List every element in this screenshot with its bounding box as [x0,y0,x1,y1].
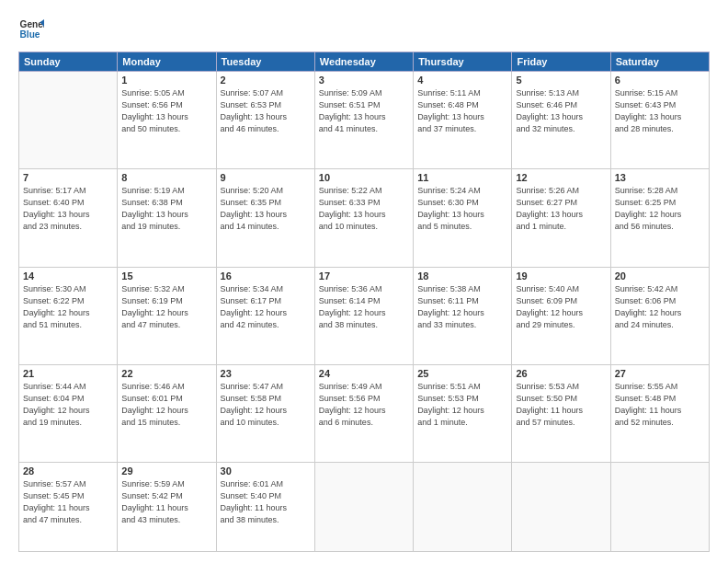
day-number: 11 [417,172,507,183]
calendar-cell: 29Sunrise: 5:59 AM Sunset: 5:42 PM Dayli… [118,463,216,552]
weekday-header-wednesday: Wednesday [314,52,413,72]
day-number: 12 [516,172,606,183]
day-number: 1 [121,75,211,86]
calendar-cell: 26Sunrise: 5:53 AM Sunset: 5:50 PM Dayli… [512,364,610,462]
day-info: Sunrise: 5:51 AM Sunset: 5:53 PM Dayligh… [417,381,507,429]
calendar-cell: 25Sunrise: 5:51 AM Sunset: 5:53 PM Dayli… [414,364,512,462]
weekday-header-sunday: Sunday [19,52,118,72]
day-number: 30 [221,465,311,477]
day-info: Sunrise: 5:20 AM Sunset: 6:35 PM Dayligh… [221,185,311,233]
day-info: Sunrise: 6:01 AM Sunset: 5:40 PM Dayligh… [221,478,311,526]
day-number: 6 [615,75,705,86]
day-number: 22 [121,368,211,379]
day-info: Sunrise: 5:47 AM Sunset: 5:58 PM Dayligh… [221,381,311,429]
day-info: Sunrise: 5:38 AM Sunset: 6:11 PM Dayligh… [417,283,507,331]
day-info: Sunrise: 5:07 AM Sunset: 6:53 PM Dayligh… [221,87,311,135]
day-number: 25 [417,368,507,379]
calendar-cell [314,463,413,552]
day-info: Sunrise: 5:32 AM Sunset: 6:19 PM Dayligh… [121,283,211,331]
logo-icon: General Blue [18,17,44,42]
page: General Blue SundayMondayTuesdayWednesda… [0,0,728,563]
svg-text:Blue: Blue [20,29,40,40]
day-number: 2 [221,75,311,86]
calendar-cell: 10Sunrise: 5:22 AM Sunset: 6:33 PM Dayli… [314,169,413,267]
day-number: 19 [516,270,606,282]
week-row-5: 28Sunrise: 5:57 AM Sunset: 5:45 PM Dayli… [19,463,710,552]
calendar-cell [610,463,709,552]
day-info: Sunrise: 5:19 AM Sunset: 6:38 PM Dayligh… [121,185,211,233]
day-info: Sunrise: 5:13 AM Sunset: 6:46 PM Dayligh… [516,87,606,135]
calendar-cell: 21Sunrise: 5:44 AM Sunset: 6:04 PM Dayli… [19,364,118,462]
day-info: Sunrise: 5:28 AM Sunset: 6:25 PM Dayligh… [615,185,705,233]
day-info: Sunrise: 5:40 AM Sunset: 6:09 PM Dayligh… [516,283,606,331]
day-number: 27 [615,368,705,379]
calendar-cell: 30Sunrise: 6:01 AM Sunset: 5:40 PM Dayli… [216,463,314,552]
weekday-header-friday: Friday [512,52,610,72]
week-row-1: 1Sunrise: 5:05 AM Sunset: 6:56 PM Daylig… [19,72,710,169]
day-number: 3 [319,75,409,86]
day-number: 14 [23,270,113,282]
day-info: Sunrise: 5:44 AM Sunset: 6:04 PM Dayligh… [23,381,113,429]
calendar-cell [512,463,610,552]
calendar-cell: 6Sunrise: 5:15 AM Sunset: 6:43 PM Daylig… [610,72,709,169]
calendar-cell: 22Sunrise: 5:46 AM Sunset: 6:01 PM Dayli… [118,364,216,462]
calendar-cell: 17Sunrise: 5:36 AM Sunset: 6:14 PM Dayli… [314,267,413,364]
calendar-cell: 12Sunrise: 5:26 AM Sunset: 6:27 PM Dayli… [512,169,610,267]
day-info: Sunrise: 5:46 AM Sunset: 6:01 PM Dayligh… [121,381,211,429]
day-number: 16 [221,270,311,282]
calendar-cell: 28Sunrise: 5:57 AM Sunset: 5:45 PM Dayli… [19,463,118,552]
calendar-cell: 23Sunrise: 5:47 AM Sunset: 5:58 PM Dayli… [216,364,314,462]
weekday-header-saturday: Saturday [610,52,709,72]
day-info: Sunrise: 5:24 AM Sunset: 6:30 PM Dayligh… [417,185,507,233]
header: General Blue [18,17,710,42]
svg-text:General: General [20,19,44,29]
week-row-4: 21Sunrise: 5:44 AM Sunset: 6:04 PM Dayli… [19,364,710,462]
calendar-cell: 20Sunrise: 5:42 AM Sunset: 6:06 PM Dayli… [610,267,709,364]
week-row-2: 7Sunrise: 5:17 AM Sunset: 6:40 PM Daylig… [19,169,710,267]
weekday-header-monday: Monday [118,52,216,72]
calendar-cell: 16Sunrise: 5:34 AM Sunset: 6:17 PM Dayli… [216,267,314,364]
calendar-cell: 19Sunrise: 5:40 AM Sunset: 6:09 PM Dayli… [512,267,610,364]
day-info: Sunrise: 5:36 AM Sunset: 6:14 PM Dayligh… [319,283,409,331]
day-number: 4 [417,75,507,86]
day-info: Sunrise: 5:26 AM Sunset: 6:27 PM Dayligh… [516,185,606,233]
weekday-header-tuesday: Tuesday [216,52,314,72]
day-info: Sunrise: 5:09 AM Sunset: 6:51 PM Dayligh… [319,87,409,135]
day-number: 13 [615,172,705,183]
day-number: 8 [121,172,211,183]
calendar-cell: 5Sunrise: 5:13 AM Sunset: 6:46 PM Daylig… [512,72,610,169]
day-number: 15 [121,270,211,282]
calendar-cell: 27Sunrise: 5:55 AM Sunset: 5:48 PM Dayli… [610,364,709,462]
day-number: 24 [319,368,409,379]
day-info: Sunrise: 5:22 AM Sunset: 6:33 PM Dayligh… [319,185,409,233]
calendar-cell: 11Sunrise: 5:24 AM Sunset: 6:30 PM Dayli… [414,169,512,267]
day-info: Sunrise: 5:59 AM Sunset: 5:42 PM Dayligh… [121,478,211,526]
calendar-cell: 2Sunrise: 5:07 AM Sunset: 6:53 PM Daylig… [216,72,314,169]
calendar-cell: 13Sunrise: 5:28 AM Sunset: 6:25 PM Dayli… [610,169,709,267]
day-number: 10 [319,172,409,183]
calendar-cell [414,463,512,552]
day-number: 17 [319,270,409,282]
day-info: Sunrise: 5:05 AM Sunset: 6:56 PM Dayligh… [121,87,211,135]
week-row-3: 14Sunrise: 5:30 AM Sunset: 6:22 PM Dayli… [19,267,710,364]
day-number: 18 [417,270,507,282]
day-number: 26 [516,368,606,379]
calendar-cell: 24Sunrise: 5:49 AM Sunset: 5:56 PM Dayli… [314,364,413,462]
calendar-table: SundayMondayTuesdayWednesdayThursdayFrid… [18,52,710,552]
calendar-cell: 3Sunrise: 5:09 AM Sunset: 6:51 PM Daylig… [314,72,413,169]
day-number: 9 [221,172,311,183]
day-info: Sunrise: 5:42 AM Sunset: 6:06 PM Dayligh… [615,283,705,331]
day-info: Sunrise: 5:17 AM Sunset: 6:40 PM Dayligh… [23,185,113,233]
calendar-cell: 1Sunrise: 5:05 AM Sunset: 6:56 PM Daylig… [118,72,216,169]
day-number: 5 [516,75,606,86]
calendar-cell: 15Sunrise: 5:32 AM Sunset: 6:19 PM Dayli… [118,267,216,364]
day-info: Sunrise: 5:30 AM Sunset: 6:22 PM Dayligh… [23,283,113,331]
logo: General Blue [18,17,44,42]
day-info: Sunrise: 5:53 AM Sunset: 5:50 PM Dayligh… [516,381,606,429]
calendar-cell: 18Sunrise: 5:38 AM Sunset: 6:11 PM Dayli… [414,267,512,364]
weekday-header-thursday: Thursday [414,52,512,72]
day-info: Sunrise: 5:57 AM Sunset: 5:45 PM Dayligh… [23,478,113,526]
weekday-header-row: SundayMondayTuesdayWednesdayThursdayFrid… [19,52,710,72]
day-info: Sunrise: 5:11 AM Sunset: 6:48 PM Dayligh… [417,87,507,135]
calendar-cell: 14Sunrise: 5:30 AM Sunset: 6:22 PM Dayli… [19,267,118,364]
